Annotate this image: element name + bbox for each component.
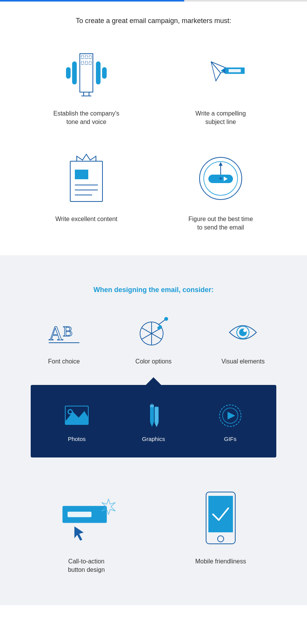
svg-marker-30 bbox=[219, 162, 223, 166]
color-options-item: Color options bbox=[109, 305, 198, 373]
tone-voice-icon bbox=[58, 44, 115, 102]
tone-voice-label: Establish the company's tone and voice bbox=[52, 109, 121, 127]
svg-marker-58 bbox=[74, 527, 84, 541]
design-items-grid: A B Font choice bbox=[19, 305, 288, 373]
tone-voice-item: Establish the company's tone and voice bbox=[19, 36, 154, 142]
visual-items-grid: Photos Graphi bbox=[38, 396, 269, 446]
mobile-label: Mobile friendliness bbox=[195, 557, 246, 566]
svg-marker-49 bbox=[150, 422, 154, 427]
top-items-grid: Establish the company's tone and voice W… bbox=[12, 36, 295, 248]
svg-text:B: B bbox=[63, 323, 73, 339]
svg-marker-55 bbox=[228, 412, 235, 419]
visual-elements-icon bbox=[224, 313, 262, 352]
graphics-label: Graphics bbox=[142, 436, 165, 442]
cta-icon bbox=[56, 488, 117, 550]
svg-rect-10 bbox=[96, 61, 101, 84]
bottom-section: Call-to-actionbutton design bbox=[8, 457, 299, 605]
graphics-item: Graphics bbox=[115, 396, 192, 446]
timing-label: Figure out the best time to send the ema… bbox=[186, 215, 255, 232]
svg-line-16 bbox=[216, 73, 221, 81]
design-title: When designing the email, consider: bbox=[8, 286, 299, 294]
svg-point-40 bbox=[164, 317, 168, 321]
mobile-item: Mobile friendliness bbox=[154, 481, 288, 582]
visual-elements-label: Visual elements bbox=[221, 357, 265, 366]
font-choice-icon: A B bbox=[45, 313, 83, 352]
design-section: When designing the email, consider: A B … bbox=[0, 255, 307, 605]
svg-rect-9 bbox=[102, 67, 107, 79]
gifs-icon bbox=[215, 400, 246, 431]
subject-line-item: Write a compelling subject line bbox=[154, 36, 288, 142]
svg-marker-52 bbox=[155, 423, 158, 427]
svg-rect-4 bbox=[81, 61, 84, 64]
svg-rect-0 bbox=[80, 54, 93, 92]
graphics-icon bbox=[138, 400, 169, 431]
cta-label: Call-to-actionbutton design bbox=[68, 557, 105, 575]
svg-rect-22 bbox=[70, 161, 102, 201]
svg-rect-48 bbox=[150, 405, 154, 422]
progress-bar bbox=[0, 0, 307, 2]
photos-item: Photos bbox=[38, 396, 115, 446]
svg-rect-60 bbox=[208, 496, 233, 532]
svg-rect-5 bbox=[85, 61, 87, 64]
svg-rect-1 bbox=[81, 56, 84, 59]
font-choice-item: A B Font choice bbox=[19, 305, 109, 373]
gifs-item: GIFs bbox=[192, 396, 269, 446]
color-options-label: Color options bbox=[135, 357, 172, 366]
svg-point-43 bbox=[243, 329, 246, 332]
svg-point-47 bbox=[69, 410, 72, 413]
font-choice-label: Font choice bbox=[48, 357, 80, 366]
svg-text:A: A bbox=[49, 322, 63, 344]
timing-icon bbox=[192, 150, 249, 207]
svg-rect-2 bbox=[85, 56, 87, 59]
svg-rect-12 bbox=[84, 92, 89, 96]
svg-marker-21 bbox=[222, 68, 225, 74]
cta-item: Call-to-actionbutton design bbox=[19, 481, 154, 582]
svg-rect-39 bbox=[157, 324, 162, 330]
photos-label: Photos bbox=[68, 436, 86, 442]
page-title: To create a great email campaign, market… bbox=[0, 17, 307, 25]
subject-line-icon bbox=[192, 44, 249, 102]
content-label: Write excellent content bbox=[55, 215, 117, 223]
subject-line-label: Write a compelling subject line bbox=[186, 109, 255, 127]
svg-marker-15 bbox=[211, 62, 221, 81]
svg-rect-8 bbox=[72, 61, 77, 84]
svg-rect-50 bbox=[150, 405, 154, 407]
svg-point-33 bbox=[220, 177, 222, 180]
svg-rect-20 bbox=[229, 69, 241, 72]
svg-rect-6 bbox=[89, 61, 91, 64]
color-options-icon bbox=[134, 313, 173, 352]
content-item: Write excellent content bbox=[19, 142, 154, 248]
svg-point-61 bbox=[218, 536, 224, 542]
visual-elements-item: Visual elements bbox=[198, 305, 288, 373]
svg-rect-3 bbox=[89, 56, 91, 59]
timing-item: Figure out the best time to send the ema… bbox=[154, 142, 288, 248]
content-icon bbox=[58, 150, 115, 207]
visual-items-panel: Photos Graphi bbox=[31, 385, 276, 457]
svg-rect-7 bbox=[66, 67, 71, 79]
svg-rect-51 bbox=[155, 407, 158, 423]
bottom-items-grid: Call-to-actionbutton design bbox=[19, 481, 288, 582]
svg-rect-23 bbox=[75, 170, 88, 179]
mobile-icon bbox=[190, 488, 251, 550]
photos-icon bbox=[61, 400, 92, 431]
gifs-label: GIFs bbox=[224, 436, 237, 442]
svg-rect-57 bbox=[68, 512, 91, 517]
